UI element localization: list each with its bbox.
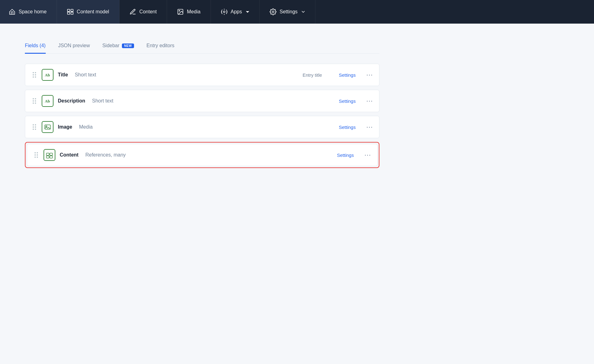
content-model-icon xyxy=(67,8,74,15)
drag-handle-title[interactable] xyxy=(31,71,37,79)
field-row-image: Image Media Settings ··· xyxy=(25,116,379,138)
svg-text:Ab: Ab xyxy=(45,73,50,77)
settings-icon xyxy=(270,8,276,15)
field-more-content[interactable]: ··· xyxy=(364,151,371,159)
svg-point-5 xyxy=(179,10,180,11)
field-name-image: Image xyxy=(58,124,72,130)
svg-rect-12 xyxy=(46,153,49,155)
field-settings-content[interactable]: Settings xyxy=(337,152,354,158)
field-type-description: Short text xyxy=(92,98,113,104)
tab-fields[interactable]: Fields (4) xyxy=(25,39,46,54)
field-name-description: Description xyxy=(58,98,85,104)
media-icon-field xyxy=(44,124,51,130)
media-icon xyxy=(177,8,184,15)
tab-entry-editors[interactable]: Entry editors xyxy=(146,39,174,54)
apps-icon xyxy=(221,8,228,15)
svg-rect-14 xyxy=(46,156,49,158)
tab-sidebar[interactable]: Sidebar NEW xyxy=(102,39,134,54)
nav-label-media: Media xyxy=(187,9,201,15)
field-name-title: Title xyxy=(58,72,68,78)
svg-text:Ab: Ab xyxy=(45,99,50,103)
field-settings-title[interactable]: Settings xyxy=(339,72,355,78)
settings-chevron-icon xyxy=(301,10,305,14)
field-row-description: Ab Description Short text Settings ··· xyxy=(25,90,379,112)
field-icon-image xyxy=(42,121,53,133)
drag-handle-image[interactable] xyxy=(31,123,37,131)
nav-label-apps: Apps xyxy=(231,9,242,15)
nav-item-settings[interactable]: Settings xyxy=(260,0,315,24)
nav-item-media[interactable]: Media xyxy=(167,0,211,24)
svg-rect-2 xyxy=(67,12,70,14)
new-badge: NEW xyxy=(122,43,134,48)
field-more-image[interactable]: ··· xyxy=(366,123,373,131)
field-settings-description[interactable]: Settings xyxy=(339,98,355,104)
apps-chevron-icon xyxy=(246,10,249,14)
field-more-description[interactable]: ··· xyxy=(366,97,373,105)
tab-json-preview[interactable]: JSON preview xyxy=(58,39,90,54)
references-icon xyxy=(46,152,53,158)
nav-label-content-model: Content model xyxy=(77,9,109,15)
field-icon-content xyxy=(44,149,55,161)
field-icon-title: Ab xyxy=(42,69,53,81)
field-icon-description: Ab xyxy=(42,95,53,107)
field-row-title: Ab Title Short text Entry title Settings… xyxy=(25,64,379,86)
field-name-content: Content xyxy=(60,152,78,158)
svg-rect-3 xyxy=(71,12,73,14)
field-type-image: Media xyxy=(79,124,93,130)
drag-handle-description[interactable] xyxy=(31,97,37,105)
svg-rect-13 xyxy=(50,153,53,155)
home-icon xyxy=(9,8,16,15)
field-type-content: References, many xyxy=(85,152,126,158)
nav-label-content: Content xyxy=(139,9,157,15)
field-settings-image[interactable]: Settings xyxy=(339,125,355,130)
nav-label-settings: Settings xyxy=(280,9,298,15)
tabs-bar: Fields (4) JSON preview Sidebar NEW Entr… xyxy=(25,39,379,54)
fields-list: Ab Title Short text Entry title Settings… xyxy=(25,64,379,168)
field-row-content: Content References, many Settings ··· xyxy=(27,144,378,166)
field-type-title: Short text xyxy=(75,72,96,78)
nav-item-space-home[interactable]: Space home xyxy=(0,0,57,24)
main-content: Fields (4) JSON preview Sidebar NEW Entr… xyxy=(0,24,404,193)
svg-point-6 xyxy=(223,11,225,13)
top-nav: Space home Content model Content xyxy=(0,0,594,24)
nav-item-apps[interactable]: Apps xyxy=(211,0,260,24)
nav-item-content[interactable]: Content xyxy=(119,0,167,24)
nav-item-content-model[interactable]: Content model xyxy=(57,0,119,24)
ab-icon: Ab xyxy=(44,71,51,78)
drag-handle-content[interactable] xyxy=(33,151,39,159)
svg-rect-0 xyxy=(67,9,70,11)
content-icon xyxy=(129,8,136,15)
svg-rect-1 xyxy=(71,9,73,11)
field-more-title[interactable]: ··· xyxy=(366,71,373,79)
svg-rect-15 xyxy=(50,156,53,158)
svg-point-7 xyxy=(272,11,274,13)
ab-icon-desc: Ab xyxy=(44,98,51,104)
field-meta-title: Entry title xyxy=(303,72,322,78)
field-row-content-wrapper: Content References, many Settings ··· xyxy=(25,142,379,168)
nav-label-space-home: Space home xyxy=(19,9,47,15)
